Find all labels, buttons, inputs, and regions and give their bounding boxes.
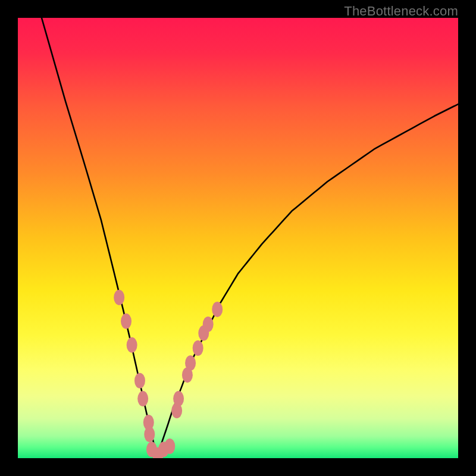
- highlight-dot: [173, 391, 184, 406]
- highlight-dot: [185, 355, 196, 371]
- highlight-dot: [212, 302, 223, 317]
- highlight-dot: [114, 290, 124, 305]
- highlight-dot: [121, 314, 131, 329]
- left-branch-curve: [42, 18, 156, 458]
- plot-area: [18, 18, 458, 458]
- highlight-dots-group: [114, 290, 223, 458]
- highlight-dot: [203, 317, 214, 332]
- highlight-dot: [127, 337, 137, 353]
- highlight-dot: [144, 427, 155, 442]
- watermark-text: TheBottleneck.com: [344, 4, 458, 19]
- right-branch-curve: [156, 104, 458, 458]
- chart-frame: TheBottleneck.com: [0, 0, 476, 476]
- highlight-dot: [134, 373, 145, 389]
- highlight-dot: [164, 439, 175, 454]
- highlight-dot: [137, 391, 148, 406]
- highlight-dot: [193, 340, 203, 356]
- curve-layer: [18, 18, 458, 458]
